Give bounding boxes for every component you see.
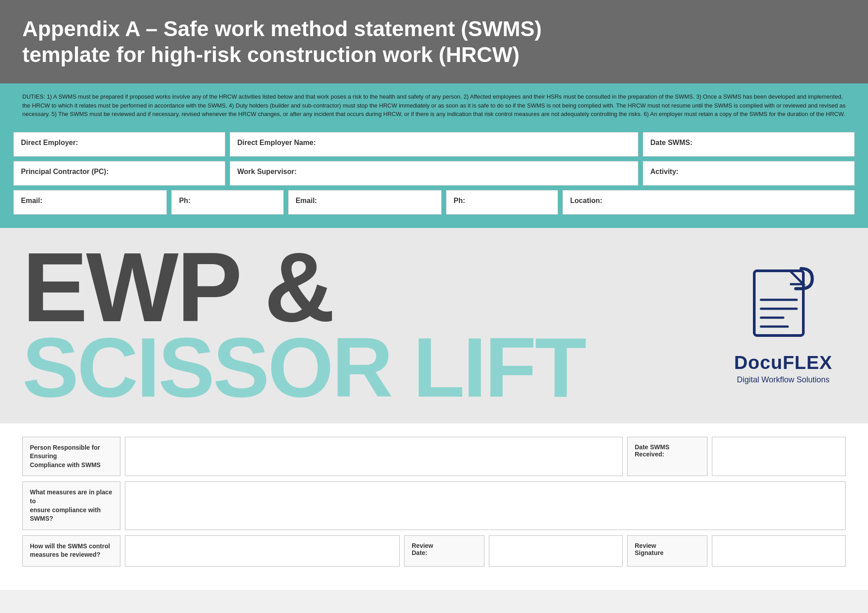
bottom-row-3: How will the SWMS controlmeasures be rev… — [22, 535, 846, 567]
review-date-label: ReviewDate: — [404, 535, 484, 567]
hero-section: EWP & SCISSOR LIFT DocuFLEX Digital Work… — [0, 228, 868, 423]
date-swms-received-label: Date SWMSReceived: — [627, 437, 707, 476]
date-swms-received-value[interactable] — [712, 437, 846, 476]
review-date-value[interactable] — [489, 535, 623, 567]
measures-value[interactable] — [125, 481, 846, 530]
duties-section: DUTIES: 1) A SWMS must be prepared if pr… — [0, 83, 868, 128]
form-row-3: Email: Ph: Email: Ph: Location: — [13, 190, 855, 215]
hero-text: EWP & SCISSOR LIFT — [22, 246, 585, 406]
hero-ewp-text: EWP & — [22, 246, 585, 329]
review-measures-value[interactable] — [125, 535, 400, 567]
bottom-form-section: Person Responsible for EnsuringComplianc… — [0, 423, 868, 590]
docuflex-icon — [748, 266, 819, 347]
logo-subtitle: Digital Workflow Solutions — [737, 375, 830, 385]
ph-2-cell[interactable]: Ph: — [446, 190, 558, 215]
direct-employer-name-cell[interactable]: Direct Employer Name: — [230, 132, 638, 157]
email-1-cell[interactable]: Email: — [13, 190, 167, 215]
activity-cell[interactable]: Activity: — [643, 161, 855, 186]
measures-label: What measures are in place toensure comp… — [22, 481, 120, 530]
form-section: Direct Employer: Direct Employer Name: D… — [0, 128, 868, 228]
docuflex-logo: DocuFLEX Digital Workflow Solutions — [734, 266, 832, 385]
page-header: Appendix A – Safe work method statement … — [0, 0, 868, 83]
bottom-row-2: What measures are in place toensure comp… — [22, 481, 846, 530]
logo-name: DocuFLEX — [734, 352, 832, 373]
form-row-1: Direct Employer: Direct Employer Name: D… — [13, 132, 855, 157]
location-cell[interactable]: Location: — [562, 190, 855, 215]
form-row-2: Principal Contractor (PC): Work Supervis… — [13, 161, 855, 186]
hero-scissor-text: SCISSOR LIFT — [22, 329, 585, 406]
date-swms-cell[interactable]: Date SWMS: — [643, 132, 855, 157]
duties-text: DUTIES: 1) A SWMS must be prepared if pr… — [22, 92, 846, 119]
review-signature-label: ReviewSignature — [627, 535, 707, 567]
principal-contractor-cell[interactable]: Principal Contractor (PC): — [13, 161, 225, 186]
review-signature-value[interactable] — [712, 535, 846, 567]
person-responsible-label: Person Responsible for EnsuringComplianc… — [22, 437, 120, 476]
bottom-row-1: Person Responsible for EnsuringComplianc… — [22, 437, 846, 476]
ph-1-cell[interactable]: Ph: — [171, 190, 283, 215]
person-responsible-value[interactable] — [125, 437, 623, 476]
page-title: Appendix A – Safe work method statement … — [22, 16, 846, 67]
email-2-cell[interactable]: Email: — [288, 190, 442, 215]
direct-employer-cell[interactable]: Direct Employer: — [13, 132, 225, 157]
review-measures-label: How will the SWMS controlmeasures be rev… — [22, 535, 120, 567]
work-supervisor-cell[interactable]: Work Supervisor: — [230, 161, 638, 186]
